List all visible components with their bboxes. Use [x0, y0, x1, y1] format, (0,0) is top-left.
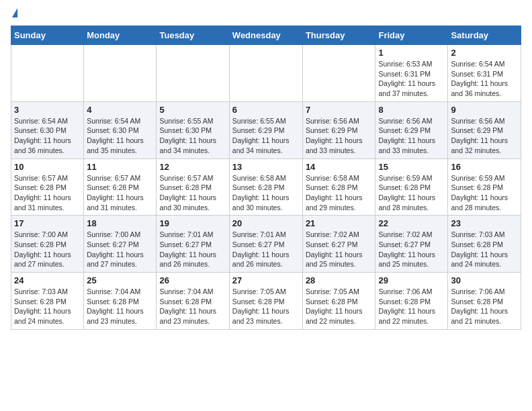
day-number: 29 — [378, 275, 445, 285]
calendar-cell: 16Sunrise: 6:59 AM Sunset: 6:28 PM Dayli… — [448, 158, 521, 216]
calendar-cell: 7Sunrise: 6:56 AM Sunset: 6:29 PM Daylig… — [302, 101, 375, 158]
day-info: Sunrise: 6:54 AM Sunset: 6:30 PM Dayligh… — [87, 116, 153, 156]
day-info: Sunrise: 6:58 AM Sunset: 6:28 PM Dayligh… — [306, 173, 373, 213]
day-info: Sunrise: 6:53 AM Sunset: 6:31 PM Dayligh… — [378, 59, 445, 99]
day-number: 22 — [378, 218, 445, 228]
day-info: Sunrise: 6:57 AM Sunset: 6:28 PM Dayligh… — [14, 173, 81, 213]
calendar-day-header: Friday — [375, 26, 448, 45]
day-info: Sunrise: 7:02 AM Sunset: 6:27 PM Dayligh… — [378, 230, 445, 269]
day-info: Sunrise: 7:03 AM Sunset: 6:28 PM Dayligh… — [451, 230, 518, 269]
day-info: Sunrise: 6:59 AM Sunset: 6:28 PM Dayligh… — [378, 173, 445, 213]
calendar-cell: 11Sunrise: 6:57 AM Sunset: 6:28 PM Dayli… — [84, 158, 157, 216]
day-number: 20 — [232, 218, 300, 228]
calendar-cell: 30Sunrise: 7:06 AM Sunset: 6:28 PM Dayli… — [448, 273, 521, 330]
day-info: Sunrise: 7:02 AM Sunset: 6:27 PM Dayligh… — [306, 230, 373, 269]
logo — [11, 11, 17, 17]
calendar-header-row: SundayMondayTuesdayWednesdayThursdayFrid… — [11, 26, 521, 45]
calendar-week-row: 10Sunrise: 6:57 AM Sunset: 6:28 PM Dayli… — [11, 158, 521, 216]
day-number: 13 — [232, 162, 300, 172]
calendar-cell: 8Sunrise: 6:56 AM Sunset: 6:29 PM Daylig… — [375, 101, 448, 158]
calendar-cell: 28Sunrise: 7:05 AM Sunset: 6:28 PM Dayli… — [302, 273, 375, 330]
day-number: 25 — [87, 275, 153, 285]
calendar-day-header: Tuesday — [157, 26, 229, 45]
day-number: 4 — [87, 105, 153, 115]
calendar-cell: 13Sunrise: 6:58 AM Sunset: 6:28 PM Dayli… — [229, 158, 302, 216]
day-number: 2 — [451, 48, 518, 58]
day-info: Sunrise: 6:54 AM Sunset: 6:30 PM Dayligh… — [14, 116, 81, 156]
day-number: 9 — [451, 105, 518, 115]
calendar-cell: 29Sunrise: 7:06 AM Sunset: 6:28 PM Dayli… — [375, 273, 448, 330]
day-number: 16 — [451, 162, 518, 172]
calendar-cell — [11, 45, 84, 102]
calendar-cell: 22Sunrise: 7:02 AM Sunset: 6:27 PM Dayli… — [375, 216, 448, 273]
day-number: 28 — [306, 275, 373, 285]
day-number: 21 — [306, 218, 373, 228]
day-number: 26 — [159, 275, 226, 285]
day-number: 7 — [306, 105, 373, 115]
calendar-cell — [84, 45, 157, 102]
calendar-cell — [229, 45, 302, 102]
calendar-cell: 4Sunrise: 6:54 AM Sunset: 6:30 PM Daylig… — [84, 101, 157, 158]
calendar-cell — [302, 45, 375, 102]
day-number: 5 — [159, 105, 226, 115]
day-number: 1 — [378, 48, 445, 58]
day-info: Sunrise: 6:59 AM Sunset: 6:28 PM Dayligh… — [451, 173, 518, 213]
day-info: Sunrise: 7:01 AM Sunset: 6:27 PM Dayligh… — [232, 230, 300, 269]
day-number: 18 — [87, 218, 153, 228]
calendar-cell: 2Sunrise: 6:54 AM Sunset: 6:31 PM Daylig… — [448, 45, 521, 102]
calendar-table: SundayMondayTuesdayWednesdayThursdayFrid… — [11, 26, 521, 330]
day-number: 15 — [378, 162, 445, 172]
day-number: 19 — [159, 218, 226, 228]
page-header — [11, 11, 521, 17]
calendar-cell: 23Sunrise: 7:03 AM Sunset: 6:28 PM Dayli… — [448, 216, 521, 273]
calendar-day-header: Monday — [84, 26, 157, 45]
day-info: Sunrise: 6:56 AM Sunset: 6:29 PM Dayligh… — [451, 116, 518, 156]
day-info: Sunrise: 7:03 AM Sunset: 6:28 PM Dayligh… — [14, 287, 81, 326]
day-info: Sunrise: 6:56 AM Sunset: 6:29 PM Dayligh… — [306, 116, 373, 156]
day-info: Sunrise: 6:57 AM Sunset: 6:28 PM Dayligh… — [87, 173, 153, 213]
day-info: Sunrise: 6:56 AM Sunset: 6:29 PM Dayligh… — [378, 116, 445, 156]
calendar-cell: 6Sunrise: 6:55 AM Sunset: 6:29 PM Daylig… — [229, 101, 302, 158]
day-number: 24 — [14, 275, 81, 285]
calendar-day-header: Thursday — [302, 26, 375, 45]
day-number: 27 — [232, 275, 300, 285]
calendar-cell: 18Sunrise: 7:00 AM Sunset: 6:27 PM Dayli… — [84, 216, 157, 273]
calendar-cell: 3Sunrise: 6:54 AM Sunset: 6:30 PM Daylig… — [11, 101, 84, 158]
calendar-cell: 5Sunrise: 6:55 AM Sunset: 6:30 PM Daylig… — [157, 101, 229, 158]
calendar-cell: 24Sunrise: 7:03 AM Sunset: 6:28 PM Dayli… — [11, 273, 84, 330]
calendar-week-row: 3Sunrise: 6:54 AM Sunset: 6:30 PM Daylig… — [11, 101, 521, 158]
calendar-cell: 17Sunrise: 7:00 AM Sunset: 6:28 PM Dayli… — [11, 216, 84, 273]
calendar-week-row: 1Sunrise: 6:53 AM Sunset: 6:31 PM Daylig… — [11, 45, 521, 102]
calendar-cell: 19Sunrise: 7:01 AM Sunset: 6:27 PM Dayli… — [157, 216, 229, 273]
day-info: Sunrise: 6:57 AM Sunset: 6:28 PM Dayligh… — [159, 173, 226, 213]
calendar-week-row: 17Sunrise: 7:00 AM Sunset: 6:28 PM Dayli… — [11, 216, 521, 273]
day-number: 17 — [14, 218, 81, 228]
calendar-cell: 21Sunrise: 7:02 AM Sunset: 6:27 PM Dayli… — [302, 216, 375, 273]
day-info: Sunrise: 7:00 AM Sunset: 6:27 PM Dayligh… — [87, 230, 153, 269]
calendar-cell: 15Sunrise: 6:59 AM Sunset: 6:28 PM Dayli… — [375, 158, 448, 216]
day-info: Sunrise: 7:00 AM Sunset: 6:28 PM Dayligh… — [14, 230, 81, 269]
calendar-cell: 9Sunrise: 6:56 AM Sunset: 6:29 PM Daylig… — [448, 101, 521, 158]
day-number: 30 — [451, 275, 518, 285]
day-number: 11 — [87, 162, 153, 172]
day-info: Sunrise: 7:06 AM Sunset: 6:28 PM Dayligh… — [451, 287, 518, 326]
calendar-cell: 27Sunrise: 7:05 AM Sunset: 6:28 PM Dayli… — [229, 273, 302, 330]
day-info: Sunrise: 7:04 AM Sunset: 6:28 PM Dayligh… — [87, 287, 153, 326]
day-info: Sunrise: 6:55 AM Sunset: 6:30 PM Dayligh… — [159, 116, 226, 156]
calendar-cell: 1Sunrise: 6:53 AM Sunset: 6:31 PM Daylig… — [375, 45, 448, 102]
calendar-cell: 25Sunrise: 7:04 AM Sunset: 6:28 PM Dayli… — [84, 273, 157, 330]
day-number: 12 — [159, 162, 226, 172]
calendar-week-row: 24Sunrise: 7:03 AM Sunset: 6:28 PM Dayli… — [11, 273, 521, 330]
day-number: 23 — [451, 218, 518, 228]
calendar-day-header: Wednesday — [229, 26, 302, 45]
calendar-cell: 12Sunrise: 6:57 AM Sunset: 6:28 PM Dayli… — [157, 158, 229, 216]
day-info: Sunrise: 7:06 AM Sunset: 6:28 PM Dayligh… — [378, 287, 445, 326]
day-info: Sunrise: 6:54 AM Sunset: 6:31 PM Dayligh… — [451, 59, 518, 99]
calendar-day-header: Saturday — [448, 26, 521, 45]
day-info: Sunrise: 7:04 AM Sunset: 6:28 PM Dayligh… — [159, 287, 226, 326]
day-number: 6 — [232, 105, 300, 115]
day-number: 14 — [306, 162, 373, 172]
calendar-cell: 10Sunrise: 6:57 AM Sunset: 6:28 PM Dayli… — [11, 158, 84, 216]
day-info: Sunrise: 6:58 AM Sunset: 6:28 PM Dayligh… — [232, 173, 300, 213]
calendar-body: 1Sunrise: 6:53 AM Sunset: 6:31 PM Daylig… — [11, 45, 521, 330]
